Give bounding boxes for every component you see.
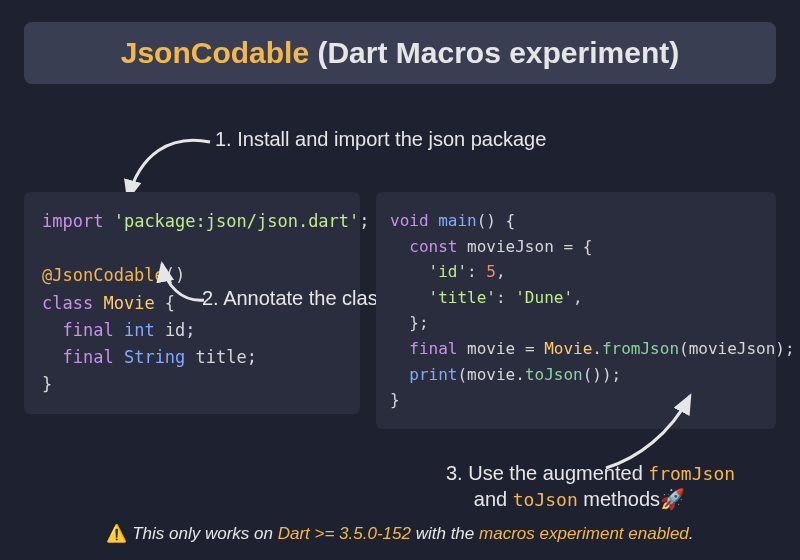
- footer-warning: ⚠️ This only works on Dart >= 3.5.0-152 …: [0, 523, 800, 544]
- title-rest: (Dart Macros experiment): [309, 36, 679, 69]
- title-accent: JsonCodable: [121, 36, 309, 69]
- warning-icon: ⚠️: [106, 524, 127, 543]
- code-block-right: void main() { const movieJson = { 'id': …: [376, 192, 776, 429]
- rocket-icon: 🚀: [660, 488, 685, 510]
- annotation-step2: 2. Annotate the class: [202, 287, 388, 310]
- annotation-step3: 3. Use the augmented fromJson and toJson…: [446, 460, 735, 512]
- page-title: JsonCodable (Dart Macros experiment): [24, 22, 776, 84]
- annotation-step1: 1. Install and import the json package: [215, 128, 546, 151]
